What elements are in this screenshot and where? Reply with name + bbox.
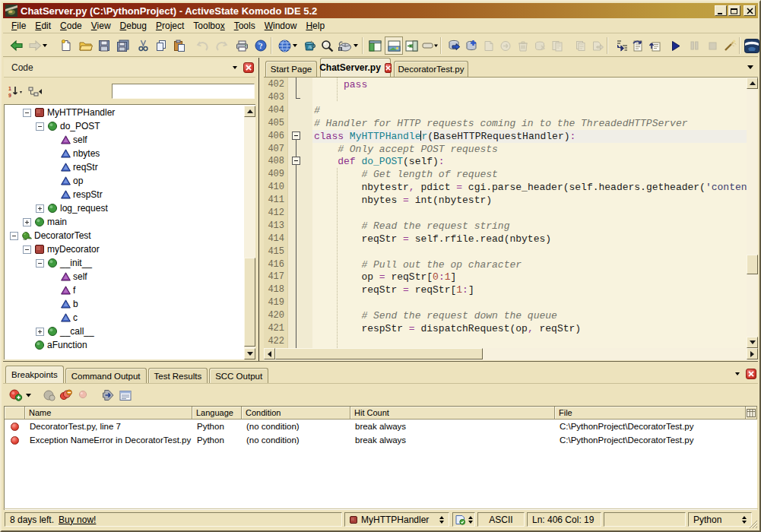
editor-vertical-scrollbar[interactable]: [747, 78, 758, 348]
tree-item-op[interactable]: op: [5, 174, 244, 188]
title-bar[interactable]: ChatServer.py (C:\PythonProject) - Activ…: [3, 3, 758, 18]
editor-tab-decoratortest-py[interactable]: DecoratorTest.py: [394, 61, 468, 77]
tree-item-logrequest[interactable]: log_request: [5, 201, 244, 215]
editor-tab-chatserver-py[interactable]: ChatServer.py: [320, 58, 391, 77]
symbol-stepper[interactable]: [433, 516, 444, 524]
column-header-hit-count[interactable]: Hit Count: [350, 407, 555, 420]
go-continue-button[interactable]: [667, 36, 685, 55]
scc-history-button[interactable]: [572, 36, 590, 55]
delete-breakpoint-button[interactable]: [41, 388, 58, 403]
toggle-bottom-pane-button[interactable]: [385, 36, 403, 55]
breakpoint-row-1[interactable]: DecoratorTest.py, line 7Python(no condit…: [5, 420, 757, 433]
vertical-splitter[interactable]: [256, 58, 264, 361]
preview-browser-button[interactable]: [275, 36, 293, 55]
collapse-icon[interactable]: [36, 259, 44, 268]
tree-item-afunction[interactable]: aFunction: [5, 338, 244, 352]
language-stepper[interactable]: [736, 516, 747, 524]
tree-item-decoratortest[interactable]: DecoratorTest: [5, 229, 244, 242]
bottom-tab-scc-output[interactable]: SCC Output: [209, 368, 268, 383]
scc-commit-button[interactable]: [496, 36, 515, 55]
macro-dropdown[interactable]: [354, 44, 358, 47]
tree-item-nbytes[interactable]: nbytes: [5, 147, 244, 160]
open-button[interactable]: [77, 36, 95, 55]
back-button[interactable]: [8, 36, 26, 55]
rx-toolkit-button[interactable]: ℞: [300, 36, 319, 55]
column-header-name[interactable]: Name: [25, 407, 192, 420]
menu-toolbox[interactable]: Toolbox: [189, 19, 229, 33]
undo-button[interactable]: [193, 36, 211, 55]
buy-now-link[interactable]: Buy now!: [59, 515, 96, 525]
bottom-tab-breakpoints[interactable]: Breakpoints: [5, 366, 64, 383]
fold-collapse-icon[interactable]: [292, 131, 300, 140]
toggle-left-pane-button[interactable]: [366, 36, 384, 55]
new-file-button[interactable]: [57, 36, 75, 55]
tree-item-dopost[interactable]: do_POST: [5, 119, 244, 133]
breakpoint-properties-button[interactable]: [117, 388, 134, 403]
tree-item-self[interactable]: self: [5, 270, 244, 283]
find-button[interactable]: [318, 36, 336, 55]
menu-help[interactable]: Help: [301, 19, 329, 33]
tree-item-c[interactable]: c: [5, 311, 244, 325]
scc-diff-button[interactable]: [548, 36, 566, 55]
new-breakpoint-dropdown[interactable]: [24, 388, 33, 403]
column-header-condition[interactable]: Condition: [242, 407, 350, 420]
encoding-section[interactable]: ASCII: [477, 512, 525, 527]
column-header-language[interactable]: Language: [192, 407, 242, 420]
macro-record-button[interactable]: [335, 36, 354, 55]
collapse-icon[interactable]: [23, 109, 31, 117]
current-symbol-section[interactable]: MyHTTPHandler: [344, 512, 449, 527]
go-to-source-button[interactable]: [100, 388, 117, 403]
tree-item-self[interactable]: self: [5, 133, 244, 147]
forward-button[interactable]: [26, 36, 44, 55]
help-button[interactable]: ?: [252, 36, 270, 55]
menu-tools[interactable]: Tools: [230, 19, 260, 33]
sort-order-button[interactable]: 1 9: [8, 85, 24, 98]
collapse-all-button[interactable]: [28, 86, 43, 97]
tab-list-button[interactable]: [744, 60, 756, 74]
step-over-button[interactable]: [629, 36, 647, 55]
menu-code[interactable]: Code: [55, 19, 87, 33]
expand-icon[interactable]: [36, 328, 44, 336]
tree-item-reqstr[interactable]: reqStr: [5, 160, 244, 174]
toggle-toolbars-button[interactable]: [420, 36, 439, 55]
menu-project[interactable]: Project: [151, 19, 189, 33]
toggle-breakpoint-state-button[interactable]: [75, 388, 91, 403]
column-picker-button[interactable]: [746, 407, 757, 420]
language-section[interactable]: Python: [688, 512, 752, 527]
breakpoint-row-2[interactable]: Exception NameError in DecoratorTest.pyP…: [5, 433, 757, 447]
tree-item-respstr[interactable]: respStr: [5, 188, 244, 201]
collapse-icon[interactable]: [23, 245, 31, 254]
expand-icon[interactable]: [23, 218, 31, 226]
print-button[interactable]: [233, 36, 251, 55]
editor-scroll-down-button[interactable]: [747, 337, 758, 348]
scc-checkout-button[interactable]: [480, 36, 498, 55]
paste-button[interactable]: [170, 36, 189, 55]
copy-button[interactable]: [152, 36, 170, 55]
editor-scroll-thumb[interactable]: [747, 255, 758, 274]
scc-remove-button[interactable]: [531, 36, 549, 55]
tree-item-mydecorator[interactable]: myDecorator: [5, 242, 244, 256]
maximize-button[interactable]: [728, 5, 740, 16]
tree-item-myhttphandler[interactable]: MyHTTPHandler: [5, 106, 244, 119]
check-stepper[interactable]: [467, 516, 473, 524]
tree-scrollbar[interactable]: [244, 106, 255, 359]
menu-window[interactable]: Window: [260, 19, 302, 33]
edit-area[interactable]: 4024034044054064074084094104114124134144…: [264, 78, 758, 348]
collapse-icon[interactable]: [36, 122, 44, 131]
scc-update-button[interactable]: [445, 36, 463, 55]
bottom-panel-menu-button[interactable]: [731, 368, 744, 380]
expand-icon[interactable]: [36, 204, 44, 213]
tree-scroll-up-button[interactable]: [244, 106, 255, 117]
menu-edit[interactable]: Edit: [30, 19, 55, 33]
tree-scroll-thumb[interactable]: [244, 258, 255, 347]
symbol-filter-input[interactable]: [112, 84, 255, 99]
save-all-button[interactable]: [113, 36, 132, 55]
editor-hscroll-thumb[interactable]: [275, 348, 483, 359]
collapse-icon[interactable]: [10, 232, 18, 240]
check-status-section[interactable]: [452, 512, 475, 527]
fold-collapse-icon[interactable]: [292, 157, 300, 165]
editor-scroll-right-button[interactable]: [747, 348, 758, 359]
tab-close-icon[interactable]: [385, 63, 392, 73]
tree-item-main[interactable]: main: [5, 215, 244, 229]
code-panel-close-button[interactable]: [243, 62, 254, 73]
